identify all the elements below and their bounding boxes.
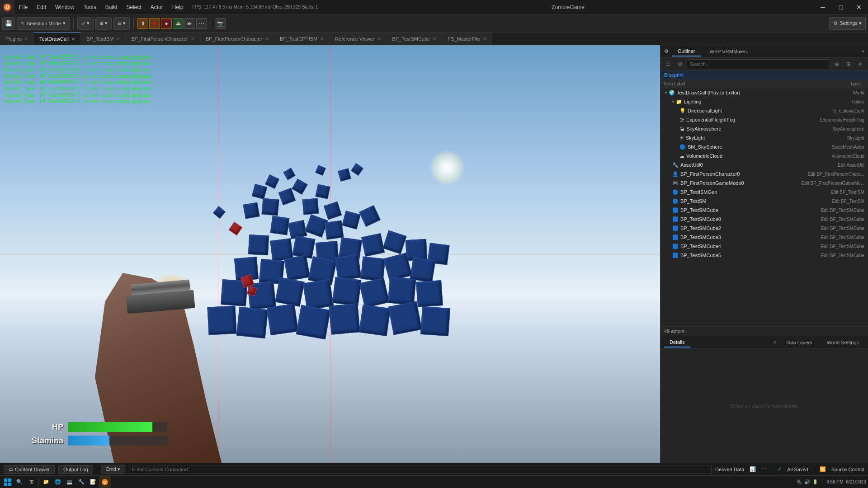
start-button[interactable] bbox=[2, 476, 14, 488]
eject-button[interactable]: ⏏ bbox=[173, 18, 184, 29]
tree-item[interactable]: 🟦BP_TestSMCube2Edit BP_TestSMCube bbox=[660, 224, 868, 233]
maximize-button[interactable]: □ bbox=[832, 0, 850, 14]
settings-dots[interactable]: ⋯ bbox=[761, 466, 766, 472]
menu-edit[interactable]: Edit bbox=[32, 0, 51, 14]
tree-item[interactable]: 🟦BP_TestSMCube5Edit BP_TestSMCube bbox=[660, 251, 868, 260]
close-tab-plugins[interactable]: ✕ bbox=[24, 36, 28, 41]
tree-item[interactable]: ▼🌍TestDrawCall (Play to Editor)World bbox=[660, 88, 868, 97]
tab-bp-testcppism[interactable]: BP_TestCPPISM ✕ bbox=[274, 33, 330, 45]
details-close[interactable]: × bbox=[773, 339, 776, 346]
close-button[interactable]: ✕ bbox=[850, 0, 868, 14]
content-drawer-icon: 🗂 bbox=[9, 467, 14, 472]
tree-item[interactable]: ☀SkyLightSkyLight bbox=[660, 133, 868, 142]
menu-tools[interactable]: Tools bbox=[79, 0, 101, 14]
settings-icon-btn[interactable]: ⚙ bbox=[675, 59, 685, 69]
close-tab-bp-firstperson1[interactable]: ✕ bbox=[191, 36, 194, 41]
outliner-search[interactable] bbox=[687, 59, 830, 69]
content-drawer-button[interactable]: 🗂 Content Drawer bbox=[4, 465, 55, 474]
tree-item[interactable]: 🔵BP_TestSMEdit BP_TestSM bbox=[660, 197, 868, 206]
tree-item[interactable]: 👤BP_FirstPersonCharacter0Edit BP_FirstPe… bbox=[660, 169, 868, 178]
output-log-button[interactable]: Output Log bbox=[58, 465, 93, 474]
menu-help[interactable]: Help bbox=[168, 0, 188, 14]
outliner-close[interactable]: × bbox=[861, 48, 864, 55]
close-outliner-btn[interactable]: ✕ bbox=[855, 59, 865, 69]
menu-build[interactable]: Build bbox=[101, 0, 122, 14]
grid-btn[interactable]: ⊟ ▾ bbox=[113, 17, 130, 30]
console-input[interactable] bbox=[129, 465, 712, 474]
tree-item[interactable]: 🔧AssetUtil0Edit AssetUtil bbox=[660, 160, 868, 169]
transform-btn[interactable]: ⤢ ▾ bbox=[77, 17, 94, 30]
tree-item[interactable]: ☁VolumetricCloudVolumetricCloud bbox=[660, 151, 868, 160]
minimize-button[interactable]: ─ bbox=[814, 0, 832, 14]
viewport[interactable]: Object Type: BP_TestCPPISM_C is not simu… bbox=[0, 45, 660, 463]
tab-bp-firstperson2[interactable]: BP_FirstPersonCharacter ✕ bbox=[200, 33, 274, 45]
search-taskbar-button[interactable]: 🔍 bbox=[14, 476, 25, 488]
tree-item[interactable]: 🟦BP_TestSMCube0Edit BP_TestSMCube bbox=[660, 215, 868, 224]
tab-reference[interactable]: Reference Viewer ✕ bbox=[330, 33, 387, 45]
cmd-dropdown[interactable]: Cmd ▾ bbox=[101, 465, 125, 474]
taskbar-app1[interactable]: 💻 bbox=[64, 476, 75, 488]
taskbar-explorer[interactable]: 📁 bbox=[40, 476, 52, 488]
tree-item[interactable]: 🔵SM_SkySphereStaticMeshActor bbox=[660, 142, 868, 151]
close-tab-bp-firstperson2[interactable]: ✕ bbox=[265, 36, 269, 41]
snap-btn[interactable]: ⊞ ▾ bbox=[95, 17, 112, 30]
close-tab-testdrawcall[interactable]: ✕ bbox=[71, 37, 75, 42]
tab-testdrawcall[interactable]: TestDrawCall ✕ bbox=[34, 33, 81, 45]
save-icon-button[interactable]: 💾 bbox=[2, 17, 15, 30]
record-button[interactable]: ● bbox=[161, 18, 172, 29]
tree-item-type: Folder bbox=[852, 99, 864, 104]
tree-item[interactable]: 🟦BP_TestSMCube3Edit BP_TestSMCube bbox=[660, 233, 868, 242]
camera-button[interactable]: 📷 bbox=[215, 18, 226, 29]
tab-bp-testsmcube[interactable]: BP_TestSMCube ✕ bbox=[387, 33, 442, 45]
tab-bp-firstperson1[interactable]: BP_FirstPersonCharacter ✕ bbox=[126, 33, 200, 45]
menu-select[interactable]: Select bbox=[122, 0, 146, 14]
close-tab-bp-testsmcube[interactable]: ✕ bbox=[433, 36, 436, 41]
skip-button[interactable]: ⏭ bbox=[184, 18, 195, 29]
tree-item[interactable]: 🌤SkyAtmosphereSkyAtmosphere bbox=[660, 124, 868, 133]
extra-button[interactable]: ⋯ bbox=[196, 18, 207, 29]
menu-window[interactable]: Window bbox=[51, 0, 79, 14]
grid-view-button[interactable]: ⊞ bbox=[844, 59, 854, 69]
taskbar-app2[interactable]: 🔧 bbox=[75, 476, 87, 488]
tab-plugins[interactable]: Plugins ✕ bbox=[0, 33, 34, 45]
bottombar-sep1 bbox=[97, 465, 97, 474]
taskbar-unreal[interactable]: U bbox=[99, 476, 111, 488]
pause-button[interactable]: ⏸ bbox=[137, 18, 148, 29]
close-tab-bp-testcppism[interactable]: ✕ bbox=[320, 36, 324, 41]
taskbar-browser[interactable]: 🌐 bbox=[52, 476, 64, 488]
taskbar-sep1 bbox=[38, 478, 39, 487]
filter-button[interactable]: ☰ bbox=[663, 59, 673, 69]
tree-item-label: BP_TestSMCube3 bbox=[680, 235, 821, 240]
tree-arrow[interactable]: ▼ bbox=[671, 100, 675, 104]
tree-item[interactable]: 💡DirectionalLightDirectionalLight bbox=[660, 106, 868, 115]
close-tab-reference[interactable]: ✕ bbox=[377, 36, 381, 41]
settings-button[interactable]: ⚙ Settings ▾ bbox=[829, 17, 866, 30]
menu-actor[interactable]: Actor bbox=[146, 0, 168, 14]
tree-arrow[interactable]: ▼ bbox=[664, 91, 668, 95]
outliner-wbp-tab[interactable]: WBP VRMMaieri... bbox=[704, 47, 756, 56]
tab-bp-testism[interactable]: BP_TestISM ✕ bbox=[81, 33, 126, 45]
tree-item[interactable]: 🟦BP_TestSMCube4Edit BP_TestSMCube bbox=[660, 242, 868, 251]
tree-item[interactable]: 🌫ExponentialHeightFogExponentialHeightFo… bbox=[660, 115, 868, 124]
tree-item[interactable]: 🟦BP_TestSMCubeEdit BP_TestSMCube bbox=[660, 206, 868, 215]
taskbar-app3[interactable]: 📝 bbox=[87, 476, 99, 488]
tree-item[interactable]: 🎮BP_FirstPersonGameMode0Edit BP_FirstPer… bbox=[660, 178, 868, 188]
tree-item-icon: 🌍 bbox=[669, 90, 675, 96]
details-tab[interactable]: Details bbox=[664, 338, 690, 347]
mode-dropdown[interactable]: ↖ Selection Mode ▾ bbox=[17, 17, 70, 30]
outliner-tab[interactable]: Outliner bbox=[672, 47, 701, 56]
world-settings-tab[interactable]: World Settings bbox=[821, 338, 864, 347]
tab-fs-masterfile[interactable]: FS_MasterFile ✕ bbox=[442, 33, 492, 45]
tab-bar: Plugins ✕ TestDrawCall ✕ BP_TestISM ✕ BP… bbox=[0, 33, 868, 45]
close-tab-bp-testism[interactable]: ✕ bbox=[116, 36, 120, 41]
add-item-button[interactable]: ⊕ bbox=[832, 59, 842, 69]
network-icon: 🔌 bbox=[796, 479, 802, 484]
menu-file[interactable]: File bbox=[14, 0, 32, 14]
task-view-button[interactable]: ⊞ bbox=[25, 476, 37, 488]
stop-button[interactable]: ■ bbox=[149, 18, 160, 29]
debug-line: Object Type: BP_TestCPPISM_C is not simu… bbox=[5, 67, 151, 73]
close-tab-fs-masterfile[interactable]: ✕ bbox=[483, 36, 486, 41]
tree-item[interactable]: ▼📁LightingFolder bbox=[660, 97, 868, 106]
data-layers-tab[interactable]: Data Layers bbox=[780, 338, 817, 347]
tree-item[interactable]: 🔵BP_TestISMGeoEdit BP_TestISM bbox=[660, 188, 868, 197]
